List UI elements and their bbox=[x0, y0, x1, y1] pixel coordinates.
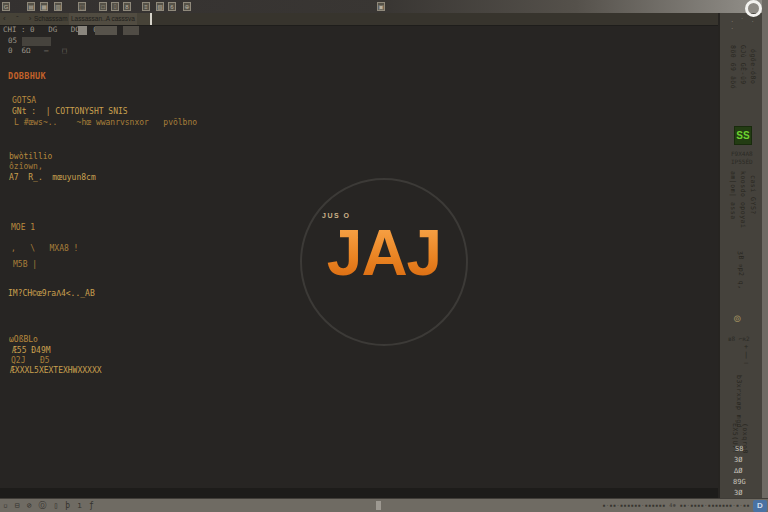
toolbar-icon-2[interactable]: ▦ bbox=[40, 2, 48, 11]
breadcrumb-button-3[interactable] bbox=[123, 26, 139, 35]
sidebar-stack-item: 89G bbox=[733, 478, 746, 486]
code-line: Æ55 Ð49M bbox=[12, 346, 51, 357]
logo-big-label: JAJ bbox=[300, 220, 468, 287]
toolbar-icon-7[interactable]: 8 bbox=[123, 2, 131, 11]
sidebar-stack-item: 3Ø bbox=[734, 489, 742, 497]
code-line: MOE 1 bbox=[11, 223, 35, 234]
toolbar-icon-5[interactable]: □ bbox=[99, 2, 107, 11]
breadcrumb-blob bbox=[22, 37, 51, 46]
code-line: bwòtillio bbox=[9, 152, 52, 163]
sidebar-stack-item: 3Ø bbox=[734, 456, 742, 464]
code-header-line: DOBBHUK bbox=[8, 71, 46, 82]
plugin-green-icon[interactable]: SS bbox=[734, 126, 752, 145]
scrollbar-strip[interactable] bbox=[762, 0, 768, 512]
sidebar-stack-item: S8 bbox=[735, 445, 743, 453]
editor-tab-bar: ‹ ˆ › Schasssam Lassassan..A casssva bbox=[0, 13, 718, 26]
sidebar-tab-9[interactable]: b3xrxxøp mgd bbox=[735, 375, 743, 428]
toolbar-icon-1[interactable]: ▤ bbox=[27, 2, 35, 11]
sidebar-b8-label: ʙ8 ⌐ʀ2 bbox=[728, 335, 750, 342]
status-icon-0[interactable]: ▫ bbox=[3, 500, 8, 511]
tab-nav-arrows[interactable]: ‹ ˆ › bbox=[3, 14, 35, 24]
sidebar-tab-6[interactable]: casi GYS? bbox=[749, 175, 757, 215]
sidebar-tab-1[interactable]: 8ö0 69 äöó bbox=[729, 45, 737, 89]
main-toolbar: G ▤ ▦ ▥ ⬚ □ ⌷ 8 ≡ ▧ 6 ⊕ ▣ bbox=[0, 0, 768, 13]
notification-circle-icon[interactable] bbox=[745, 0, 762, 17]
status-marker bbox=[376, 501, 381, 510]
breadcrumb-row-3: 0 6Ω — ⬚ bbox=[8, 46, 67, 55]
status-badge-icon[interactable]: D bbox=[753, 500, 767, 512]
toolbar-icon-6[interactable]: ⌷ bbox=[111, 2, 119, 11]
status-icon-1[interactable]: ⊟ bbox=[15, 500, 20, 511]
status-bar: ▫ ⊟ ⊘ Ⓞ ▯ þ ı ƒ ▪·▪▪·▪▪▪▪▪▪·▪▪▪▪▪▪ 4⊛ ▪▪… bbox=[0, 498, 768, 512]
code-line: ωOßBLo bbox=[9, 335, 38, 346]
sidebar-tab-5[interactable]: koosdo opoyai bbox=[739, 171, 747, 228]
toolbar-icon-4[interactable]: ⬚ bbox=[78, 2, 86, 11]
code-line: M5B | bbox=[13, 260, 37, 271]
sidebar-footer-1: F9X4A8 bbox=[731, 150, 753, 157]
breadcrumb-button-2[interactable] bbox=[95, 26, 117, 35]
sidebar-tab-3[interactable]: ógöe-ó8o bbox=[749, 49, 757, 84]
code-line: ÆXXXL5XEXTEXHWXXXXX bbox=[10, 366, 102, 377]
code-line: IM?CH©œ9raΛ4<.._AB bbox=[8, 289, 95, 300]
toolbar-far-icon[interactable]: ▣ bbox=[377, 2, 385, 11]
sidebar-dots: · ˙ · · bbox=[731, 18, 762, 32]
editor-tab-2-active[interactable]: Lassassan..A casssva bbox=[69, 13, 137, 25]
code-line: L #œws~.. ~hœ wwanrvsnxor pvõlbno bbox=[14, 118, 197, 129]
code-line: Q2J Ð5 bbox=[11, 356, 50, 367]
status-right-text: ▪·▪▪·▪▪▪▪▪▪·▪▪▪▪▪▪ 4⊛ ▪▪·▪▪▪▪·▪▪▪▪▪▪▪·▪·… bbox=[603, 502, 750, 508]
editor-tab-1[interactable]: Schasssam bbox=[32, 13, 70, 25]
code-line: GNt : | COTTONYSHT SNIS bbox=[12, 107, 128, 118]
sidebar-circle-icon[interactable]: ⊚ bbox=[733, 313, 741, 324]
tab-divider bbox=[150, 13, 152, 25]
status-icon-4[interactable]: ▯ bbox=[53, 500, 58, 511]
code-line: A7 R_. mœuyun8cm bbox=[9, 173, 96, 184]
status-icon-2[interactable]: ⊘ bbox=[27, 500, 32, 511]
toolbar-icon-row: G ▤ ▦ ▥ ⬚ □ ⌷ 8 ≡ ▧ 6 ⊕ bbox=[0, 1, 191, 12]
status-icon-6[interactable]: ı bbox=[77, 500, 82, 511]
code-line: , \ MXA8 ! bbox=[11, 244, 78, 255]
toolbar-icon-11[interactable]: ⊕ bbox=[183, 2, 191, 11]
toolbar-icon-10[interactable]: 6 bbox=[168, 2, 176, 11]
sidebar-tab-7[interactable]: ʒB ϧp2 q, bbox=[737, 251, 745, 290]
toolbar-icon-8[interactable]: ≡ bbox=[142, 2, 150, 11]
sidebar-footer-2: IP55ÉD bbox=[731, 158, 753, 165]
status-icon-7[interactable]: ƒ bbox=[89, 500, 94, 511]
right-toolwindow-bar: · ˙ · · 8ö0 69 äöó GJù GË-ü9 ógöe-ó8o SS… bbox=[718, 13, 762, 498]
status-icon-5[interactable]: þ bbox=[65, 500, 70, 511]
toolbar-icon-0[interactable]: G bbox=[2, 2, 10, 11]
breadcrumb-button-1[interactable] bbox=[78, 26, 87, 35]
status-icon-row: ▫ ⊟ ⊘ Ⓞ ▯ þ ı ƒ bbox=[3, 500, 94, 511]
toolbar-icon-3[interactable]: ▥ bbox=[54, 2, 62, 11]
status-icon-3[interactable]: Ⓞ bbox=[38, 500, 46, 511]
toolbar-icon-9[interactable]: ▧ bbox=[156, 2, 164, 11]
code-line: GOTSA bbox=[12, 96, 36, 107]
code-line: ôzîown, bbox=[9, 162, 43, 173]
sidebar-tab-4[interactable]: am|om| assa bbox=[729, 171, 737, 220]
ide-window: G ▤ ▦ ▥ ⬚ □ ⌷ 8 ≡ ▧ 6 ⊕ ▣ ‹ ˆ › Schasssa… bbox=[0, 0, 768, 512]
sidebar-tab-2[interactable]: GJù GË-ü9 bbox=[739, 45, 747, 85]
editor-bottom-shade bbox=[0, 488, 718, 498]
sidebar-slider-icon[interactable]: + | — bbox=[744, 343, 748, 367]
sidebar-stack-item: ∆Ø bbox=[734, 467, 742, 475]
